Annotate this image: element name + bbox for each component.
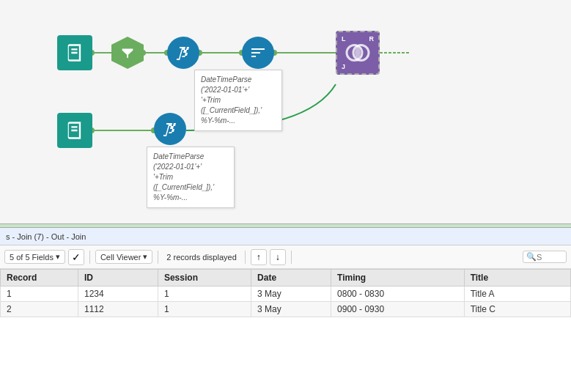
search-input[interactable] — [537, 253, 566, 262]
cell-id: 1112 — [78, 302, 158, 317]
cell-date: 3 May — [251, 302, 331, 317]
cell-record: 1 — [1, 286, 78, 302]
up-button[interactable]: ↑ — [251, 249, 267, 265]
tooltip-box-1: DateTimeParse ('2022-01-01'+' '+Trim ([_… — [194, 70, 282, 131]
col-header-session: Session — [158, 270, 251, 286]
formula-node-1[interactable] — [167, 37, 199, 69]
up-arrow-icon: ↑ — [257, 252, 261, 262]
cell-timing: 0900 - 0930 — [331, 302, 465, 317]
chevron-down-icon: ▾ — [56, 252, 60, 262]
toolbar: 5 of 5 Fields ▾ ✓ Cell Viewer ▾ 2 record… — [0, 245, 571, 269]
fields-button[interactable]: 5 of 5 Fields ▾ — [4, 250, 65, 264]
down-button[interactable]: ↓ — [270, 249, 286, 265]
book-node-1[interactable] — [57, 35, 92, 70]
toolbar-separator-4 — [291, 251, 292, 264]
search-box[interactable]: 🔍 — [523, 251, 567, 263]
join-node[interactable]: L R J — [336, 31, 380, 75]
cell-record: 2 — [1, 302, 78, 317]
down-arrow-icon: ↓ — [276, 252, 280, 262]
cell-title: Title C — [464, 302, 570, 317]
join-label-l: L — [342, 35, 346, 42]
join-label-r: R — [369, 35, 375, 42]
col-header-title: Title — [464, 270, 570, 286]
join-label-j: J — [342, 63, 345, 70]
cell-date: 3 May — [251, 286, 331, 302]
cell-viewer-chevron-icon: ▾ — [143, 252, 147, 262]
sort-node[interactable] — [242, 37, 274, 69]
cell-id: 1234 — [78, 286, 158, 302]
book-node-2[interactable] — [57, 113, 92, 148]
col-header-date: Date — [251, 270, 331, 286]
breadcrumb-bar: s - Join (7) - Out - Join — [0, 228, 571, 245]
breadcrumb-text: s - Join (7) - Out - Join — [6, 232, 86, 241]
records-label: 2 records displayed — [163, 253, 239, 262]
cell-session: 1 — [158, 302, 251, 317]
canvas-area: L R J DateTimeParse ('2022-01-01'+' '+Tr… — [0, 0, 571, 223]
toolbar-separator-2 — [158, 251, 158, 264]
cell-session: 1 — [158, 286, 251, 302]
fields-label: 5 of 5 Fields — [10, 253, 54, 262]
formula-node-2[interactable] — [154, 113, 186, 145]
search-icon: 🔍 — [526, 252, 537, 262]
data-table: Record ID Session Date Timing Title 1 12… — [0, 269, 571, 317]
table-row: 2 1112 1 3 May 0900 - 0930 Title C — [1, 302, 571, 317]
col-header-id: ID — [78, 270, 158, 286]
col-header-timing: Timing — [331, 270, 465, 286]
filter-node[interactable] — [111, 37, 144, 69]
tooltip-box-2: DateTimeParse ('2022-01-01'+' '+Trim ([_… — [147, 147, 235, 208]
table-row: 1 1234 1 3 May 0800 - 0830 Title A — [1, 286, 571, 302]
check-button[interactable]: ✓ — [68, 249, 84, 265]
toolbar-separator-3 — [245, 251, 246, 264]
col-header-record: Record — [1, 270, 78, 286]
cell-title: Title A — [464, 286, 570, 302]
connector-lines — [0, 0, 571, 223]
cell-timing: 0800 - 0830 — [331, 286, 465, 302]
toolbar-separator-1 — [89, 251, 90, 264]
cell-viewer-label: Cell Viewer — [100, 253, 141, 262]
cell-viewer-button[interactable]: Cell Viewer ▾ — [95, 250, 152, 264]
